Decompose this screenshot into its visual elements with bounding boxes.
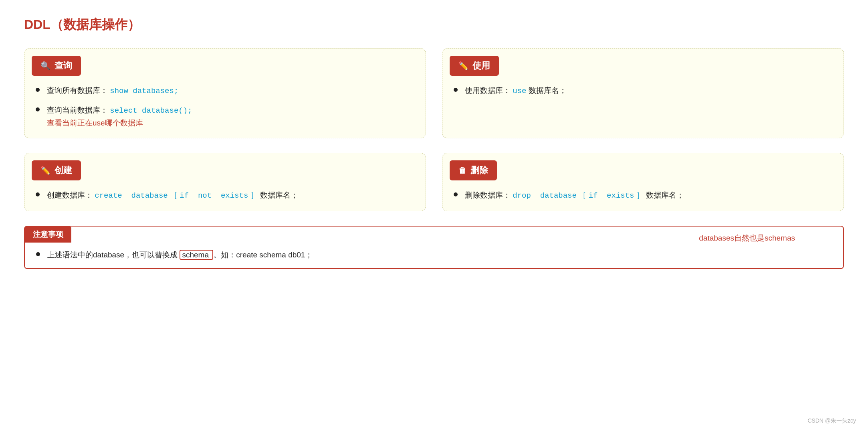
note-schema-text: schema [182, 251, 209, 259]
delete-card: 🗑 删除 删除数据库： drop database ［ if exists ］ … [442, 153, 844, 211]
create-item-suffix: 数据库名； [260, 191, 298, 199]
delete-item-code-mid: if exists [588, 191, 634, 200]
use-card-body: 使用数据库： use 数据库名； [442, 76, 844, 106]
create-card-header: ✏️ 创建 [32, 160, 81, 180]
bullet-dot [454, 88, 458, 92]
note-item-highlight: schema [180, 250, 213, 260]
query-item-2-code: select database(); [110, 106, 192, 115]
bullet-dot [36, 192, 40, 196]
query-item-2-note: 查看当前正在use哪个数据库 [47, 119, 143, 127]
create-card: ✏️ 创建 创建数据库： create database ［ if not ex… [24, 153, 426, 211]
list-item: 创建数据库： create database ［ if not exists ］… [36, 189, 414, 202]
create-card-body: 创建数据库： create database ［ if not exists ］… [24, 180, 426, 210]
note-body: 上述语法中的database，也可以替换成 schema 。如：create s… [25, 247, 843, 261]
create-item-code-start: create database [95, 191, 168, 200]
list-item: 使用数据库： use 数据库名； [454, 85, 832, 97]
bullet-dot [36, 252, 40, 256]
use-card-title: 使用 [472, 60, 490, 72]
bullet-dot [36, 88, 40, 92]
create-item-bracket-close: ］ [250, 191, 258, 200]
query-card-title: 查询 [55, 60, 72, 72]
create-item-code-mid: if not exists [180, 191, 248, 200]
delete-item-1: 删除数据库： drop database ［ if exists ］ 数据库名； [465, 189, 684, 202]
delete-card-title: 删除 [470, 164, 488, 176]
delete-item-bracket-open: ［ [579, 191, 586, 200]
use-card: ✏️ 使用 使用数据库： use 数据库名； [442, 48, 844, 138]
page-title: DDL（数据库操作） [24, 16, 844, 34]
query-card: 🔍 查询 查询所有数据库： show databases; 查询当前数据库： s… [24, 48, 426, 138]
cards-row-1: 🔍 查询 查询所有数据库： show databases; 查询当前数据库： s… [24, 48, 844, 138]
note-item-suffix: 。如：create schema db01； [213, 251, 313, 259]
delete-item-suffix: 数据库名； [646, 191, 684, 199]
list-item: 删除数据库： drop database ［ if exists ］ 数据库名； [454, 189, 832, 202]
query-item-2: 查询当前数据库： select database(); 查看当前正在use哪个数… [47, 104, 192, 129]
edit-icon: ✏️ [458, 61, 468, 71]
create-item-bracket-open: ［ [170, 191, 178, 200]
use-item-1: 使用数据库： use 数据库名； [465, 85, 567, 97]
delete-item-prefix: 删除数据库： [465, 191, 511, 199]
delete-card-body: 删除数据库： drop database ［ if exists ］ 数据库名； [442, 180, 844, 210]
use-item-1-prefix: 使用数据库： [465, 86, 511, 95]
query-item-1: 查询所有数据库： show databases; [47, 85, 178, 97]
trash-icon: 🗑 [458, 166, 466, 175]
note-item-prefix: 上述语法中的database，也可以替换成 [47, 251, 178, 259]
list-item: 上述语法中的database，也可以替换成 schema 。如：create s… [36, 249, 832, 261]
list-item: 查询当前数据库： select database(); 查看当前正在use哪个数… [36, 104, 414, 129]
bullet-dot [454, 192, 458, 196]
note-header: 注意事项 [25, 227, 71, 243]
note-aside: databases自然也是schemas [699, 233, 795, 243]
query-item-1-prefix: 查询所有数据库： [47, 86, 108, 95]
use-item-1-code: use [513, 87, 526, 95]
create-card-title: 创建 [55, 164, 72, 176]
delete-card-header: 🗑 删除 [450, 160, 497, 180]
create-item-1: 创建数据库： create database ［ if not exists ］… [47, 189, 298, 202]
pencil-icon: ✏️ [40, 166, 50, 175]
use-item-1-suffix: 数据库名； [529, 86, 567, 95]
search-icon: 🔍 [40, 61, 50, 71]
cards-row-2: ✏️ 创建 创建数据库： create database ［ if not ex… [24, 153, 844, 211]
query-card-body: 查询所有数据库： show databases; 查询当前数据库： select… [24, 76, 426, 138]
bullet-dot [36, 107, 40, 111]
use-card-header: ✏️ 使用 [450, 56, 499, 76]
note-item-1: 上述语法中的database，也可以替换成 schema 。如：create s… [47, 249, 313, 261]
query-item-2-prefix: 查询当前数据库： [47, 106, 108, 114]
note-section: 注意事项 databases自然也是schemas 上述语法中的database… [24, 226, 844, 269]
delete-item-code-start: drop database [513, 191, 577, 200]
query-card-header: 🔍 查询 [32, 56, 81, 76]
query-item-1-code: show databases; [110, 87, 178, 95]
list-item: 查询所有数据库： show databases; [36, 85, 414, 97]
create-item-prefix: 创建数据库： [47, 191, 93, 199]
delete-item-bracket-close: ］ [636, 191, 644, 200]
